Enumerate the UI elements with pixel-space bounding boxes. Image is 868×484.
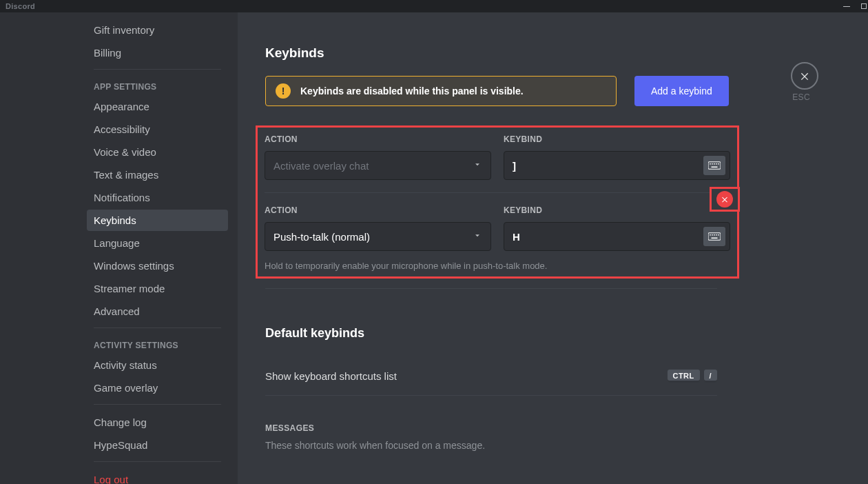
action-select[interactable]: Push-to-talk (normal) <box>265 222 491 251</box>
keybind-help-text: Hold to temporarily enable your micropho… <box>265 261 730 271</box>
chevron-down-icon <box>473 231 482 243</box>
action-select[interactable]: Activate overlay chat <box>265 151 491 180</box>
content-separator <box>265 288 717 289</box>
svg-rect-4 <box>714 163 715 165</box>
svg-rect-14 <box>712 238 718 239</box>
keybind-value: ] <box>513 160 516 172</box>
app-title: Discord <box>6 2 35 10</box>
close-icon <box>721 195 729 203</box>
sidebar-item-accessibility[interactable]: Accessibility <box>87 119 228 140</box>
keycap: / <box>704 370 717 383</box>
sidebar-item-appearance[interactable]: Appearance <box>87 96 228 117</box>
keybind-row: ACTION Push-to-talk (normal) KEYBIND H <box>265 203 730 256</box>
sidebar-item-voice-video[interactable]: Voice & video <box>87 141 228 163</box>
action-header: ACTION <box>265 205 491 215</box>
sidebar-item-gift[interactable]: Gift inventory <box>87 19 228 41</box>
sidebar-item-language[interactable]: Language <box>87 232 228 254</box>
action-select-value: Push-to-talk (normal) <box>273 231 370 243</box>
keybind-row: ACTION Activate overlay chat KEYBIND ] <box>265 132 730 185</box>
svg-rect-13 <box>718 234 719 236</box>
svg-rect-6 <box>718 163 719 165</box>
svg-rect-2 <box>710 163 711 165</box>
default-keybinds-title: Default keybinds <box>265 326 806 341</box>
sidebar-item-text-images[interactable]: Text & images <box>87 164 228 185</box>
keycap: CTRL <box>668 370 700 383</box>
close-settings-button[interactable] <box>791 62 818 90</box>
close-esc-label: ESC <box>792 92 810 102</box>
chevron-down-icon <box>473 160 482 172</box>
sidebar-item-game-overlay[interactable]: Game overlay <box>87 377 228 399</box>
svg-rect-12 <box>716 234 717 236</box>
svg-rect-7 <box>712 167 718 168</box>
record-keybind-button[interactable] <box>703 156 725 175</box>
sidebar-item-activity-status[interactable]: Activity status <box>87 354 228 376</box>
messages-subtext: These shortcuts work when focused on a m… <box>265 440 806 451</box>
sidebar-item-keybinds[interactable]: Keybinds <box>87 210 228 231</box>
sidebar-item-streamer-mode[interactable]: Streamer mode <box>87 278 228 299</box>
keybind-header: KEYBIND <box>504 205 730 215</box>
sidebar-item-windows-settings[interactable]: Windows settings <box>87 255 228 276</box>
add-keybind-button[interactable]: Add a keybind <box>634 76 729 106</box>
close-icon <box>799 70 810 81</box>
keyboard-icon <box>708 232 721 241</box>
sidebar-item-billing[interactable]: Billing <box>87 42 228 63</box>
sidebar-header-app-settings: APP SETTINGS <box>87 77 228 96</box>
sidebar-divider <box>94 327 221 328</box>
action-select-value: Activate overlay chat <box>273 160 369 172</box>
sidebar-item-advanced[interactable]: Advanced <box>87 301 228 322</box>
svg-rect-8 <box>708 233 721 241</box>
keybind-input[interactable]: H <box>504 222 730 251</box>
window-maximize-icon[interactable] <box>861 3 867 9</box>
settings-sidebar: Gift inventory Billing APP SETTINGS Appe… <box>0 12 238 484</box>
window-minimize-icon[interactable] <box>843 6 850 7</box>
keybind-value: H <box>513 231 520 243</box>
delete-keybind-button[interactable] <box>716 191 733 208</box>
svg-rect-11 <box>714 234 715 236</box>
keycap-group: CTRL / <box>668 370 717 383</box>
sidebar-item-hypesquad[interactable]: HypeSquad <box>87 434 228 456</box>
warning-banner: ! Keybinds are disabled while this panel… <box>265 76 617 106</box>
warning-icon: ! <box>276 83 291 99</box>
svg-rect-9 <box>710 234 711 236</box>
page-title: Keybinds <box>265 46 806 61</box>
row-divider <box>265 192 730 193</box>
titlebar: Discord <box>0 0 868 12</box>
keyboard-icon <box>708 161 721 170</box>
sidebar-divider <box>94 461 221 462</box>
keybind-input[interactable]: ] <box>504 151 730 180</box>
sidebar-header-activity-settings: ACTIVITY SETTINGS <box>87 335 228 354</box>
svg-rect-5 <box>716 163 717 165</box>
action-header: ACTION <box>265 134 491 144</box>
window-controls <box>843 0 867 12</box>
default-keybind-label: Show keyboard shortcuts list <box>265 370 397 382</box>
sidebar-divider <box>94 404 221 405</box>
svg-rect-10 <box>712 234 713 236</box>
record-keybind-button[interactable] <box>703 227 725 246</box>
sidebar-divider <box>94 69 221 70</box>
svg-rect-3 <box>712 163 713 165</box>
sidebar-item-notifications[interactable]: Notifications <box>87 187 228 208</box>
messages-subheader: MESSAGES <box>265 423 806 433</box>
content-area: ESC Keybinds ! Keybinds are disabled whi… <box>238 12 868 484</box>
warning-text: Keybinds are disabled while this panel i… <box>300 85 524 97</box>
sidebar-item-logout[interactable]: Log out <box>87 469 228 484</box>
default-keybind-row: Show keyboard shortcuts list CTRL / <box>265 365 717 396</box>
keybinds-highlight-box: ACTION Activate overlay chat KEYBIND ] <box>256 125 739 279</box>
sidebar-item-change-log[interactable]: Change log <box>87 412 228 433</box>
keybind-header: KEYBIND <box>504 134 730 144</box>
svg-rect-0 <box>708 162 721 170</box>
delete-highlight-box <box>710 187 740 212</box>
